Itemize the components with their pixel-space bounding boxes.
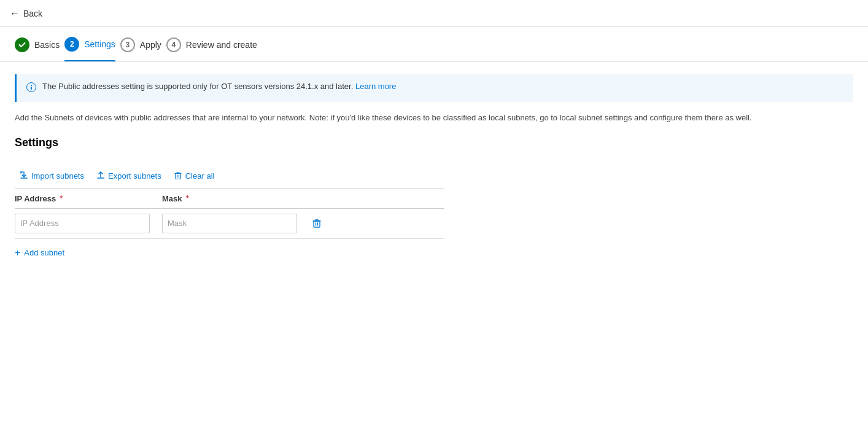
import-label: Import subnets	[31, 171, 84, 181]
mask-column-label: Mask	[162, 194, 182, 203]
mask-cell	[162, 214, 309, 233]
step-3-number: 3	[125, 41, 130, 49]
step-1-circle	[15, 37, 29, 52]
clear-all-label: Clear all	[185, 171, 215, 181]
step-4-label: Review and create	[186, 40, 257, 50]
step-2-circle: 2	[64, 37, 79, 52]
toolbar: Import subnets Export subnets Clear all	[15, 164, 444, 189]
subnet-table: Import subnets Export subnets Clear all	[15, 164, 444, 265]
ip-cell	[15, 214, 162, 233]
step-2-label: Settings	[84, 39, 115, 49]
step-basics[interactable]: Basics	[15, 37, 60, 61]
ip-column-label: IP Address	[15, 194, 56, 203]
back-arrow-icon: ←	[10, 8, 20, 19]
banner-text: The Public addresses setting is supporte…	[42, 82, 396, 91]
step-4-circle: 4	[166, 37, 181, 52]
trash-icon	[174, 171, 182, 180]
mask-column-header: Mask *	[162, 193, 309, 203]
back-label: Back	[23, 9, 42, 18]
step-3-label: Apply	[140, 40, 161, 50]
svg-rect-4	[314, 221, 320, 227]
step-1-label: Basics	[34, 40, 60, 50]
section-title: Settings	[15, 136, 853, 149]
learn-more-link[interactable]: Learn more	[355, 82, 396, 91]
svg-point-2	[31, 85, 32, 86]
import-icon	[20, 171, 28, 180]
mask-input[interactable]	[162, 214, 297, 233]
info-banner: The Public addresses setting is supporte…	[15, 74, 853, 102]
export-icon	[96, 171, 105, 180]
step-settings[interactable]: 2 Settings	[64, 37, 115, 61]
back-button[interactable]: ← Back	[10, 8, 42, 19]
add-subnet-button[interactable]: + Add subnet	[15, 241, 64, 265]
step-4-number: 4	[172, 41, 176, 49]
info-icon	[26, 82, 36, 95]
step-review[interactable]: 4 Review and create	[166, 37, 257, 61]
delete-icon	[312, 219, 322, 228]
delete-row-button[interactable]	[309, 216, 324, 231]
main-content: The Public addresses setting is supporte…	[0, 62, 868, 277]
step-apply[interactable]: 3 Apply	[120, 37, 161, 61]
add-subnet-label: Add subnet	[24, 248, 64, 257]
svg-rect-1	[31, 87, 32, 90]
table-header: IP Address * Mask *	[15, 189, 444, 209]
export-label: Export subnets	[108, 171, 161, 181]
ip-column-header: IP Address *	[15, 193, 162, 203]
actions-column-header	[309, 193, 346, 203]
description-text: Add the Subnets of devices with public a…	[15, 112, 853, 124]
table-row	[15, 209, 444, 239]
ip-address-input[interactable]	[15, 214, 150, 233]
step-2-number: 2	[70, 40, 74, 49]
mask-required-star: *	[185, 193, 188, 203]
wizard-steps: Basics 2 Settings 3 Apply 4 Review and c…	[0, 27, 868, 62]
step-3-circle: 3	[120, 37, 135, 52]
checkmark-icon	[18, 41, 26, 49]
delete-cell	[309, 216, 346, 231]
import-subnets-button[interactable]: Import subnets	[15, 169, 89, 183]
export-subnets-button[interactable]: Export subnets	[91, 169, 166, 183]
plus-icon: +	[15, 247, 20, 258]
svg-rect-3	[176, 174, 180, 179]
clear-all-button[interactable]: Clear all	[169, 169, 220, 183]
top-bar: ← Back	[0, 0, 868, 27]
ip-required-star: *	[60, 193, 63, 203]
